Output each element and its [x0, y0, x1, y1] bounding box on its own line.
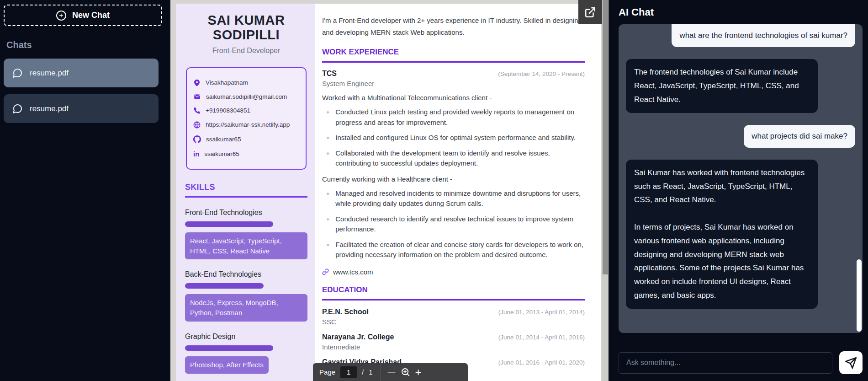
skill-tools-chip: React, JavaScript, TypeScript, HTML, CSS…	[185, 232, 307, 260]
magnifier-plus-icon	[401, 367, 410, 377]
pdf-viewer: SAI KUMAR SODIPILLI Front-End Developer …	[170, 0, 609, 381]
chat-bubble-icon	[12, 103, 23, 114]
education-dates: (June 01, 2013 - April 01, 2014)	[498, 309, 585, 316]
page-label: Page	[319, 368, 335, 376]
work-intro: Worked with a Multinational Telecommunic…	[322, 94, 585, 102]
chat-item-label: resume.pdf	[30, 104, 69, 113]
work-intro: Currently working with a Healthcare clie…	[322, 175, 585, 183]
link-icon	[322, 268, 329, 275]
pdf-scrollbar-thumb[interactable]	[603, 0, 608, 274]
degree: SSC	[322, 318, 585, 326]
work-bullet-list: ●Managed and resolved incidents to minim…	[322, 188, 585, 260]
work-bullet: ●Installed and configured Linux OS for o…	[326, 133, 585, 143]
skill-level-bar	[185, 221, 273, 227]
skill-level-bar	[185, 283, 264, 289]
contact-phone: +919908304851	[193, 107, 299, 114]
resume-summary: I'm a Front-End developer with 2+ years …	[322, 15, 585, 38]
contact-location: Visakhapatnam	[193, 79, 299, 86]
chat-list-item[interactable]: resume.pdf	[4, 59, 159, 87]
skill-tools-chip: Photoshop, After Effects	[185, 356, 269, 374]
page-number-input[interactable]	[340, 366, 357, 378]
contact-email-text: saikumar.sodipilli@gmail.com	[206, 93, 287, 100]
work-bullet: ●Facilitated the creation of clear and c…	[326, 240, 585, 260]
plus-icon: +	[56, 11, 66, 21]
github-icon	[193, 135, 201, 143]
degree: Intermediate	[322, 343, 585, 351]
send-icon	[845, 357, 857, 369]
new-chat-button[interactable]: + New Chat	[4, 5, 162, 26]
resume-title: Front-End Developer	[185, 47, 307, 55]
contact-github-text: ssaikumar65	[206, 136, 241, 143]
resume-right-column: I'm a Front-End developer with 2+ years …	[315, 4, 601, 381]
pdf-toolbar: Page / 1 — +	[313, 363, 468, 381]
contact-github: ssaikumar65	[193, 135, 299, 143]
skill-group: Back-End Technologies NodeJs, Express, M…	[185, 270, 307, 322]
pdf-scrollbar-track[interactable]	[602, 0, 609, 381]
company-website-text: www.tcs.com	[333, 268, 373, 276]
open-fullscreen-button[interactable]	[578, 0, 602, 24]
chat-list-item[interactable]: resume.pdf	[4, 94, 159, 123]
skill-tools-chip: NodeJs, Express, MongoDB, Python, Postma…	[185, 294, 307, 322]
chat-message-input[interactable]	[619, 352, 832, 374]
external-link-icon	[584, 6, 596, 18]
bullet-dot-icon: ●	[326, 108, 329, 128]
contact-email: saikumar.sodipilli@gmail.com	[193, 93, 299, 100]
bullet-dot-icon: ●	[326, 149, 329, 169]
skill-label: Back-End Technologies	[185, 270, 307, 279]
ai-message-paragraph: In terms of projects, Sai Kumar has work…	[634, 220, 810, 302]
bullet-dot-icon: ●	[326, 241, 329, 260]
skills-heading: SKILLS	[185, 182, 307, 198]
contact-website: https://saikumar-ssk.netlify.app	[193, 121, 299, 129]
pdf-page: SAI KUMAR SODIPILLI Front-End Developer …	[176, 4, 601, 381]
education-item: Narayana Jr. College (June 01, 2014 - Ap…	[322, 333, 585, 351]
chats-heading: Chats	[6, 40, 162, 50]
ai-message-bubble: The frontend technologies of Sai Kumar i…	[626, 59, 818, 113]
resume-left-column: SAI KUMAR SODIPILLI Front-End Developer …	[176, 4, 315, 381]
work-bullet: ●Collaborated with the development team …	[326, 148, 585, 169]
zoom-out-button[interactable]: —	[388, 368, 396, 377]
work-bullet: ●Conducted Linux patch testing and provi…	[326, 107, 585, 128]
chat-bubble-icon	[12, 68, 23, 79]
toolbar-divider	[381, 363, 381, 381]
school-name: Narayana Jr. College	[322, 333, 394, 341]
contact-phone-text: +919908304851	[206, 107, 250, 114]
contact-linkedin-text: ssaikumar65	[204, 150, 239, 157]
chat-messages-container: what are the frontend technologies of sa…	[619, 24, 863, 333]
education-dates: (June 01, 2016 - April 01, 2020)	[498, 359, 585, 366]
location-pin-icon	[193, 79, 201, 86]
contact-location-text: Visakhapatnam	[206, 79, 248, 86]
send-button[interactable]	[839, 351, 863, 374]
linkedin-icon: in	[193, 150, 199, 158]
chat-scrollbar-thumb[interactable]	[857, 259, 862, 332]
bullet-dot-icon: ●	[326, 189, 329, 209]
work-bullet: ●Managed and resolved incidents to minim…	[326, 188, 585, 209]
company-website-link[interactable]: www.tcs.com	[322, 268, 585, 276]
education-item: P.E.N. School (June 01, 2013 - April 01,…	[322, 308, 585, 326]
zoom-in-button[interactable]: +	[415, 366, 422, 379]
globe-icon	[193, 121, 201, 129]
email-icon	[193, 93, 201, 100]
page-separator: /	[362, 368, 364, 376]
user-message-bubble: what are the frontend technologies of sa…	[672, 24, 855, 47]
skill-label: Graphic Design	[185, 333, 307, 341]
ai-message-paragraph: Sai Kumar has worked with frontend techn…	[634, 166, 810, 207]
bullet-dot-icon: ●	[326, 215, 329, 235]
contact-website-text: https://saikumar-ssk.netlify.app	[206, 121, 290, 128]
skill-group: Front-End Technologies React, JavaScript…	[185, 209, 307, 260]
skill-group: Graphic Design Photoshop, After Effects	[185, 333, 307, 374]
resume-name: SAI KUMAR SODIPILLI	[185, 13, 307, 43]
user-message-bubble: what projects did sai make?	[744, 125, 855, 148]
contact-linkedin: in ssaikumar65	[193, 150, 299, 158]
contact-card: Visakhapatnam saikumar.sodipilli@gmail.c…	[186, 67, 307, 170]
sidebar: + New Chat Chats resume.pdf resume.pdf	[0, 0, 170, 381]
education-dates: (June 01, 2014 - April 01, 2016)	[498, 334, 585, 341]
work-bullet-list: ●Conducted Linux patch testing and provi…	[322, 107, 585, 169]
zoom-button[interactable]	[401, 367, 410, 377]
skill-label: Front-End Technologies	[185, 209, 307, 217]
bullet-dot-icon: ●	[326, 134, 329, 143]
education-heading: EDUCATION	[322, 285, 585, 301]
school-name: P.E.N. School	[322, 308, 369, 316]
ai-chat-panel: AI Chat what are the frontend technologi…	[609, 0, 868, 381]
employment-dates: (September 14, 2020 - Present)	[498, 70, 585, 77]
job-title: System Engineer	[322, 80, 585, 87]
